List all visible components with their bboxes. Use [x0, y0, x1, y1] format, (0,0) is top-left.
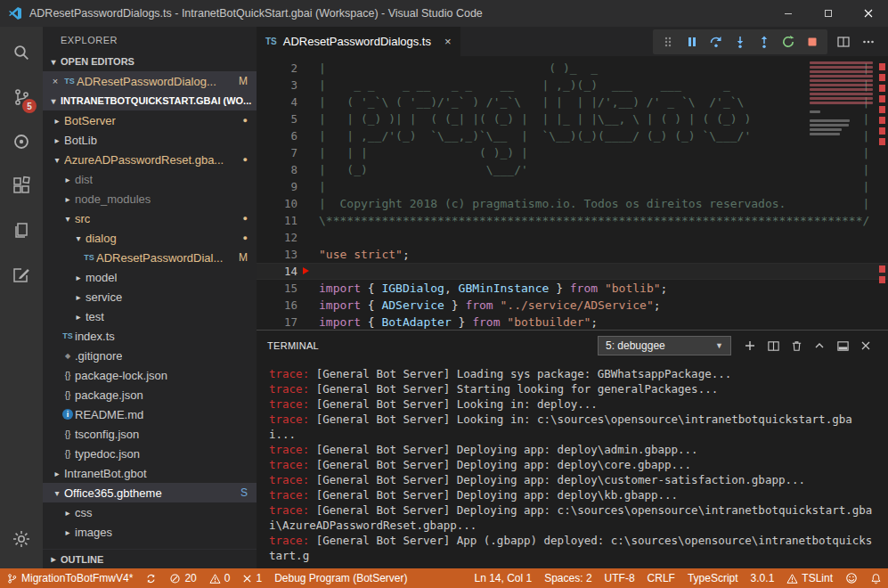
line-number[interactable]: 17 [257, 314, 297, 330]
code-line[interactable]: 11\*************************************… [257, 212, 888, 229]
tree-item[interactable]: TSindex.ts [43, 326, 257, 346]
status-feedback[interactable] [839, 568, 864, 588]
line-number[interactable]: 6 [257, 127, 297, 144]
code-line[interactable]: 6| | ,__/'(_) `\__,_)`\__ | `\__)(_)(___… [257, 127, 888, 144]
code-line[interactable]: 5| | (_) )| | ( (_| |( (_) | | |_ | |\__… [257, 110, 888, 127]
code-line[interactable]: 8| (_) \___/' | [257, 161, 888, 178]
code-line[interactable]: 10| Copyright 2018 (c) pragmatismo.io. T… [257, 195, 888, 212]
step-over-icon[interactable] [705, 32, 727, 52]
tree-item[interactable]: ▸images [43, 522, 257, 542]
tree-item[interactable]: ▸service [43, 287, 257, 306]
tree-item[interactable]: iREADME.md [43, 404, 257, 424]
code-editor[interactable]: 2| ( )_ _ |3| _ _ _ __ _ _ __ | ,_)(_) _… [257, 56, 888, 330]
split-terminal-icon[interactable] [762, 334, 785, 357]
code-line[interactable]: 15import { IGBDialog, GBMinInstance } fr… [257, 280, 888, 297]
status-eol[interactable]: CRLF [641, 568, 681, 588]
line-number[interactable]: 13 [257, 246, 297, 263]
tree-item[interactable]: ▸dist [43, 169, 257, 189]
debug-icon[interactable] [0, 119, 43, 164]
status-tslint[interactable]: TSLint [780, 568, 839, 588]
settings-gear-icon[interactable] [0, 517, 43, 561]
tree-item[interactable]: ▾src● [43, 208, 257, 228]
code-line[interactable]: 13"use strict"; [257, 246, 888, 263]
tree-item[interactable]: ▸test [43, 306, 257, 326]
tree-item[interactable]: ▾AzureADPasswordReset.gba...● [43, 150, 257, 169]
line-number[interactable]: 5 [257, 110, 297, 127]
status-version[interactable]: 3.0.1 [745, 568, 781, 588]
pause-icon[interactable] [681, 32, 703, 52]
code-line[interactable]: 7| | | ( )_) | | [257, 144, 888, 161]
stop-icon[interactable] [802, 32, 823, 52]
line-number[interactable]: 15 [257, 280, 297, 297]
tree-item[interactable]: TSADResetPasswordDial...M [43, 248, 257, 267]
code-line[interactable]: 16import { ADService } from "../service/… [257, 297, 888, 314]
tree-item[interactable]: ▸node_modules [43, 189, 257, 208]
code-line[interactable]: 3| _ _ _ __ _ _ __ | ,_)(_) ___ ___ _ | [257, 77, 888, 94]
extensions-icon[interactable] [0, 164, 43, 208]
restart-icon[interactable] [778, 32, 799, 52]
line-number[interactable]: 11 [257, 212, 297, 229]
code-line[interactable]: 12 [257, 229, 888, 246]
status-cursor-position[interactable]: Ln 14, Col 1 [468, 568, 538, 588]
terminal-picker-dropdown[interactable]: 5: debuggee ▼ [598, 336, 731, 355]
status-notifications[interactable] [864, 568, 888, 588]
code-line[interactable]: 17import { BotAdapter } from "botbuilder… [257, 314, 888, 330]
tab-terminal[interactable]: TERMINAL [267, 340, 326, 351]
line-number[interactable]: 8 [257, 161, 297, 178]
maximize-button[interactable] [808, 0, 848, 27]
tree-item[interactable]: {}tsconfig.json [43, 424, 257, 444]
line-number[interactable]: 12 [257, 229, 297, 246]
status-git-branch[interactable]: MigrationToBotFmwV4* [0, 568, 139, 588]
open-editor-item[interactable]: ×TSADResetPasswordDialog...M [43, 71, 257, 91]
tree-item[interactable]: ◆.gitignore [43, 346, 257, 365]
line-number[interactable]: 16 [257, 297, 297, 314]
status-sync[interactable] [139, 568, 163, 588]
status-errors[interactable]: 20 [163, 568, 202, 588]
code-line[interactable]: 2| ( )_ _ | [257, 60, 888, 77]
line-number[interactable]: 2 [257, 60, 297, 77]
toggle-panel-icon[interactable] [831, 334, 854, 357]
search-icon[interactable] [0, 30, 43, 75]
maximize-panel-icon[interactable] [808, 334, 831, 357]
step-out-icon[interactable] [754, 32, 775, 52]
terminal-output[interactable]: trace: [General Bot Server] Loading sys … [257, 361, 888, 568]
status-extra-count[interactable]: 1 [236, 568, 268, 588]
minimize-button[interactable] [768, 0, 808, 27]
line-number[interactable]: 10 [257, 195, 297, 212]
close-panel-icon[interactable] [854, 334, 877, 357]
outline-header[interactable]: ▸ OUTLINE [43, 549, 257, 568]
close-icon[interactable]: × [48, 76, 62, 86]
minimap[interactable] [810, 61, 876, 137]
tab-close-icon[interactable]: × [444, 35, 452, 48]
tab-adresetpassworddialogs[interactable]: TS ADResetPasswordDialogs.ts × [257, 27, 460, 56]
line-number[interactable]: 7 [257, 144, 297, 161]
tree-item[interactable]: ▸IntranetBot.gbot [43, 463, 257, 483]
line-number[interactable]: 14 [257, 263, 297, 280]
tree-item[interactable]: {}typedoc.json [43, 444, 257, 463]
source-control-icon[interactable]: 5 [0, 75, 43, 119]
code-line[interactable]: 4| ( '_`\ ( '__)/'_` ) /'_`\ | | | |/',_… [257, 94, 888, 110]
tree-item[interactable]: ▾Office365.gbthemeS [43, 483, 257, 502]
status-warnings[interactable]: 0 [203, 568, 237, 588]
tree-item[interactable]: ▸BotServer● [43, 110, 257, 130]
documents-icon[interactable] [0, 208, 43, 253]
tree-item[interactable]: {}package-lock.json [43, 365, 257, 385]
status-encoding[interactable]: UTF-8 [599, 568, 641, 588]
line-number[interactable]: 9 [257, 178, 297, 195]
line-number[interactable]: 4 [257, 94, 297, 110]
tree-item[interactable]: ▸model [43, 267, 257, 287]
line-number[interactable]: 3 [257, 77, 297, 94]
new-terminal-icon[interactable] [738, 334, 762, 357]
tree-item[interactable]: ▸css [43, 502, 257, 522]
tree-item[interactable]: {}package.json [43, 385, 257, 404]
code-line[interactable]: 14 [257, 263, 888, 280]
status-indentation[interactable]: Spaces: 2 [538, 568, 598, 588]
workspace-header[interactable]: ▾ INTRANETBOTQUICKSTART.GBAI (WO... [43, 91, 257, 110]
step-into-icon[interactable] [729, 32, 751, 52]
more-icon[interactable] [861, 35, 876, 49]
compose-icon[interactable] [0, 253, 43, 298]
kill-terminal-icon[interactable] [785, 334, 808, 357]
split-editor-icon[interactable] [836, 35, 851, 49]
tree-item[interactable]: ▸BotLib [43, 130, 257, 150]
tree-item[interactable]: ▾dialog● [43, 228, 257, 248]
